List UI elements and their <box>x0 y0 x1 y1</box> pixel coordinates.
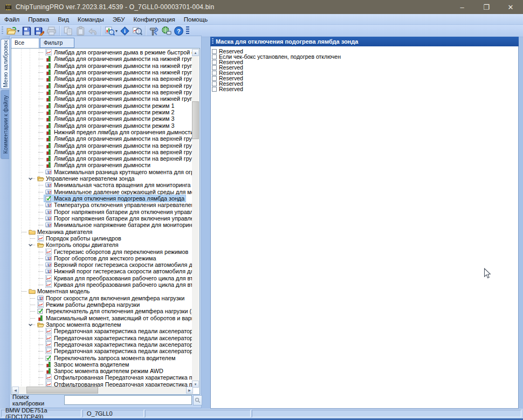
side-tab-calibration-menu[interactable]: Меню калибровок <box>1 39 10 89</box>
chevron-down-icon[interactable] <box>28 322 33 328</box>
tree-vertical-scrollbar[interactable]: ▲ ▼ <box>192 49 199 388</box>
tree-item[interactable]: Лямбда для ограничения дымности на нижне… <box>11 95 192 102</box>
checkbox[interactable] <box>212 49 217 54</box>
tree-item[interactable]: 12Порог оборотов для жесткого режима <box>11 255 192 261</box>
tree-item[interactable]: Лямбда для ограничения дыма в режиме быс… <box>11 49 192 56</box>
tree-item[interactable]: Запрос момента водителем <box>11 321 192 328</box>
menu-item[interactable]: Вид <box>53 14 73 24</box>
find-map-button[interactable] <box>131 25 143 37</box>
menu-item[interactable]: Правка <box>24 14 53 24</box>
close-button[interactable]: ✕ <box>503 0 519 14</box>
tree-item[interactable]: 12Порог напряжения батареи для отключени… <box>11 209 192 215</box>
save-file-button[interactable] <box>20 25 33 37</box>
tree-item[interactable]: 12Минимальное давление окружающей среды … <box>11 189 192 195</box>
toolbar-grip[interactable] <box>2 26 3 35</box>
tree-item[interactable]: Переключатель для отключения демпфера на… <box>11 308 192 314</box>
menu-item[interactable]: ЭБУ <box>108 14 129 24</box>
mask-checkbox-row[interactable]: Если чек-бокс установлен, подогрев отклю… <box>212 54 518 59</box>
tree-item[interactable]: Передаточная характеристика педали аксел… <box>11 341 192 348</box>
tree-tab-all[interactable]: Все <box>11 38 39 48</box>
checkbox[interactable] <box>212 60 217 65</box>
checkbox[interactable] <box>212 81 217 86</box>
tree-item[interactable]: 12Максимальная разница крутящего момента… <box>11 169 192 175</box>
tree-item[interactable]: 12Минимальная частота вращения для монит… <box>11 182 192 188</box>
search-button[interactable] <box>193 395 202 405</box>
tree-item[interactable]: Лямбда для ограничения дымности на верхн… <box>11 149 192 155</box>
scroll-right-arrow-icon[interactable]: ▶ <box>186 387 193 394</box>
help-button[interactable]: ? <box>173 25 185 37</box>
open-file-button[interactable]: ▾ <box>5 25 20 37</box>
vertical-scroll-thumb[interactable] <box>192 101 199 139</box>
tree-item[interactable]: Лямбда для ограничения дымности на верхн… <box>11 155 192 162</box>
checkbox[interactable] <box>212 87 217 92</box>
tree-item[interactable]: Лямбда для ограничения дымности на верхн… <box>11 82 192 89</box>
scroll-up-arrow-icon[interactable]: ▲ <box>192 49 199 56</box>
menu-item[interactable]: Команды <box>73 14 108 24</box>
tree-item[interactable]: 12Верхний порог гистерезиса скорости авт… <box>11 261 192 268</box>
tree-item[interactable]: Кривая для преобразования рабочего цикла… <box>11 281 192 288</box>
mask-checkbox-row[interactable]: Reserved <box>212 65 518 70</box>
menu-item[interactable]: Файл <box>0 14 24 24</box>
tree-item[interactable]: Передаточная характеристика педали аксел… <box>11 348 192 354</box>
tree-item[interactable]: Маска для отключения подогрева лямбда зо… <box>11 195 192 202</box>
tree-item[interactable]: Максимальный момент, зависящий от оборот… <box>11 315 192 321</box>
tree-item[interactable]: Лямбда для ограничения дымности режим 3 <box>11 115 192 122</box>
toolbar-overflow-handle[interactable] <box>186 26 189 35</box>
file-info-button[interactable]: i <box>119 25 131 37</box>
mask-checkbox-row[interactable]: Reserved <box>212 70 518 75</box>
minimize-button[interactable]: – <box>454 0 470 14</box>
scroll-left-arrow-icon[interactable]: ◀ <box>12 387 19 394</box>
dropdown-chevron-icon[interactable]: ▾ <box>115 29 118 33</box>
menu-item[interactable]: Помощь <box>180 14 212 24</box>
tree-item[interactable]: Порядок работы цилиндров <box>11 235 192 242</box>
view-map-button[interactable]: ▾ <box>104 25 119 37</box>
checkbox[interactable] <box>212 76 217 81</box>
tree-item[interactable]: Лямбда для ограничения дымности на верхн… <box>11 75 192 82</box>
tree-item[interactable]: Передаточная характеристика педали аксел… <box>11 328 192 334</box>
tree-item[interactable]: Передаточная характеристика педали аксел… <box>11 334 192 341</box>
search-input[interactable] <box>64 395 192 405</box>
tree-item[interactable]: Лямбда для ограничения дымности <box>11 162 192 168</box>
tree-item[interactable]: Переключатель запроса момента водителем <box>11 354 192 361</box>
menu-item[interactable]: Конфигурация <box>129 14 180 24</box>
tree-item[interactable]: Лямбда для ограничения дымности на верхн… <box>11 89 192 95</box>
tree-item[interactable]: 12Минимальное напряжение батареи для мон… <box>11 222 192 228</box>
tree-item[interactable]: Лямбда для ограничения дымности на нижне… <box>11 56 192 62</box>
tree-item[interactable]: Запрос момента водителем режим AWD <box>11 368 192 374</box>
chevron-down-icon[interactable] <box>28 242 33 249</box>
tree-item[interactable]: Управление нагревателем зонда <box>11 175 192 182</box>
tree-item[interactable]: 12Температура отключения управления нагр… <box>11 202 192 208</box>
tree-item[interactable]: Гистерезис оборотов для переключения реж… <box>11 248 192 254</box>
mask-checkbox-row[interactable]: Reserved <box>212 86 518 92</box>
tree-horizontal-scrollbar[interactable]: ◀ ▶ <box>12 387 193 394</box>
tree-item[interactable]: 12Нижний порог гистерезиса скорости авто… <box>11 268 192 274</box>
tree-item[interactable]: Лямбда для ограничения дымности режим 2 <box>11 109 192 115</box>
mask-checkbox-row[interactable]: Reserved <box>212 75 518 81</box>
chevron-down-icon[interactable] <box>28 176 33 182</box>
tree-item[interactable]: Механика двигателя <box>11 228 192 235</box>
tree-item[interactable]: Запрос момента водителем <box>11 361 192 368</box>
tree-item[interactable]: Лямбда для ограничения дымности на нижне… <box>11 63 192 69</box>
tree-item[interactable]: Режим работы демпфера нагрузки <box>11 301 192 308</box>
tree-item[interactable]: Лямбда для ограничения дымности на нижне… <box>11 69 192 75</box>
tree-item[interactable]: Отфильтрованная Передаточная характерист… <box>11 374 192 381</box>
panel-grip[interactable] <box>212 38 214 45</box>
tree-item[interactable]: Кривая для преобразования рабочего цикла… <box>11 275 192 281</box>
maximize-button[interactable]: ❐ <box>478 0 494 14</box>
horizontal-scroll-thumb[interactable] <box>26 387 98 394</box>
online-button[interactable] <box>160 25 173 37</box>
tree-item[interactable]: Нижний предел лямбда для ограничения дым… <box>11 129 192 135</box>
tree-item[interactable]: Лямбда для ограничения дымности режим 3 <box>11 122 192 128</box>
tree-item[interactable]: Моментная модель <box>11 288 192 294</box>
tree-item[interactable]: 12Порог скорости для включения демпфера … <box>11 295 192 301</box>
tree-item[interactable]: 12Порог напряжения батареи для включения… <box>11 215 192 222</box>
checkbox[interactable] <box>212 65 217 70</box>
tree-tab-filter[interactable]: Фильтр <box>40 38 74 48</box>
checkbox[interactable] <box>212 54 217 59</box>
tree-item[interactable]: Лямбда для ограничения дымности на верхн… <box>11 135 192 142</box>
tree-item[interactable]: Лямбда для ограничения дымности режим 1 <box>11 102 192 109</box>
mask-checkbox-row[interactable]: Reserved <box>212 59 518 65</box>
dropdown-chevron-icon[interactable]: ▾ <box>17 29 19 33</box>
tree-item[interactable]: Лямбда для ограничения дымности на верхн… <box>11 142 192 148</box>
settings-button[interactable] <box>148 25 160 37</box>
